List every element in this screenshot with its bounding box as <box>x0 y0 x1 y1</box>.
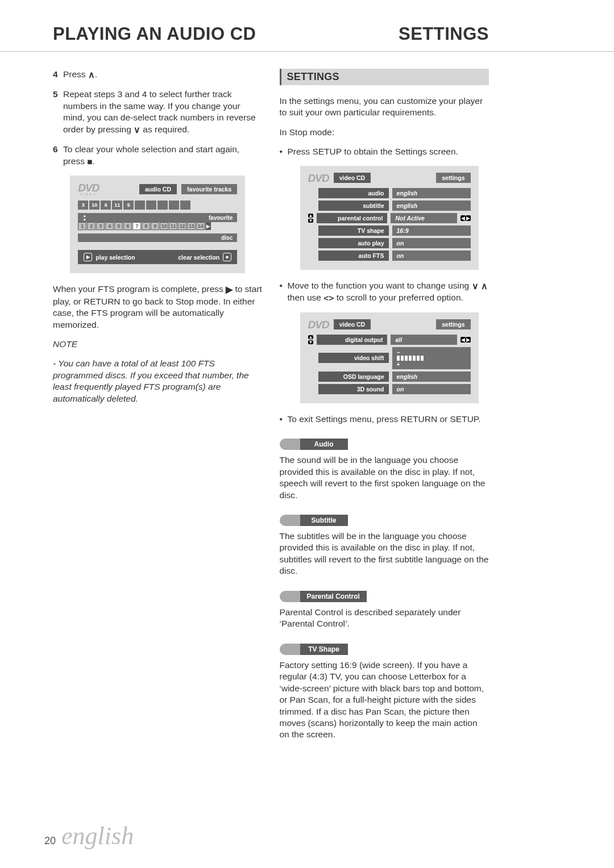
pill-cap <box>280 439 300 450</box>
step-number: 6 <box>53 144 58 155</box>
bullet-press-setup: Press SETUP to obtain the Settings scree… <box>280 146 489 157</box>
osd-row-label: audio <box>318 188 389 198</box>
favourite-cell: 3 <box>78 201 88 210</box>
osd-tag-favourite-tracks: favourite tracks <box>181 184 237 194</box>
osd-row-value: on <box>392 251 471 261</box>
osd-row-label: parental control <box>317 213 387 223</box>
disc-cell: 6 <box>123 222 132 230</box>
osd-row-label: auto FTS <box>318 251 389 261</box>
disc-cell: 14 <box>196 222 205 230</box>
osd-row-value: on <box>392 384 471 394</box>
osd-row: video shift− + <box>308 347 471 369</box>
disc-cell: 2 <box>87 222 96 230</box>
favourite-cell <box>135 201 145 210</box>
disc-cell: 12 <box>178 222 186 230</box>
pill-audio: Audio <box>280 439 489 450</box>
disc-label-row: disc <box>78 233 237 242</box>
down-icon: ∨ <box>134 125 140 135</box>
stop-icon: ■ <box>87 157 92 166</box>
osd-row-label: 3D sound <box>318 384 389 394</box>
pill-label: Parental Control <box>300 591 367 602</box>
osd-row-value: Not Active <box>391 213 457 223</box>
disc-label: disc <box>221 235 233 241</box>
settings-intro: In the settings menu, you can customize … <box>280 95 489 119</box>
disc-cell: 11 <box>169 222 177 230</box>
favourite-cell <box>157 201 168 210</box>
section-bar-label: SETTINGS <box>287 71 339 82</box>
osd-bottom-bar: ▶ play selection clear selection ■ <box>78 250 237 264</box>
step-text-post: . <box>93 156 95 166</box>
disc-row: 1234567891011121314▶ <box>78 222 237 230</box>
pill-label: Subtitle <box>300 515 348 526</box>
osd-tag-audio-cd: audio CD <box>139 184 177 194</box>
steps-list: 4 Press ∧. 5 Repeat steps 3 and 4 to sel… <box>53 69 263 168</box>
osd-tag-settings: settings <box>436 319 470 329</box>
osd-row: audioenglish <box>308 188 471 198</box>
play-icon: ▶ <box>84 253 92 261</box>
stop-square-icon: ■ <box>223 253 231 261</box>
osd-row-value: − + <box>392 347 471 369</box>
pill-subtitle: Subtitle <box>280 515 489 526</box>
row-select-arrows-icon: ▲▼ <box>308 213 314 223</box>
osd-audio-cd: DVD VIDEO audio CD favourite tracks 3106… <box>70 176 245 273</box>
osd-row-label: TV shape <box>318 226 389 236</box>
page-title-right: SETTINGS <box>399 24 489 44</box>
pill-description: The subtitles will be in the language yo… <box>280 531 489 577</box>
favourite-cell: 6 <box>101 201 111 210</box>
text: When your FTS program is complete, press <box>53 284 226 294</box>
text: to scroll to your preferred option. <box>334 293 463 302</box>
row-select-arrows-icon: ▲▼ <box>308 335 314 345</box>
dvd-logo-sub: VIDEO <box>80 193 98 196</box>
favourite-label: favourite <box>209 215 233 221</box>
text: then use <box>288 293 324 302</box>
up-icon: ∧ <box>481 281 488 291</box>
osd-row: TV shape16:9 <box>308 226 471 236</box>
disc-cell: 9 <box>151 222 159 230</box>
down-icon: ∨ <box>472 281 479 291</box>
step-4: 4 Press ∧. <box>53 69 263 81</box>
left-icon: < <box>323 293 329 303</box>
disc-cell: 3 <box>96 222 105 230</box>
favourite-cell <box>146 201 156 210</box>
osd-row-value: english <box>392 188 471 198</box>
osd-settings-1: DVD video CD settings audioenglishsubtit… <box>300 166 479 270</box>
step-number: 4 <box>53 69 58 80</box>
osd-row-label: digital output <box>317 335 387 345</box>
row-nav-arrows-icon: ◀▶ <box>460 337 471 343</box>
favourite-label-row: ▲▲ favourite <box>78 213 237 222</box>
favourite-row: 3106115 <box>78 201 237 210</box>
language-label: english <box>61 824 134 849</box>
clear-selection-label: clear selection <box>178 254 219 261</box>
osd-row-label: OSD language <box>318 372 389 382</box>
pill-description: Parental Control is described separately… <box>280 607 489 630</box>
text: Move to the function you want to change … <box>288 281 472 290</box>
osd-row-value: 16:9 <box>392 226 471 236</box>
disc-cell: 1 <box>78 222 86 230</box>
dvd-logo-text: DVD <box>78 182 99 193</box>
pill-cap <box>280 515 300 526</box>
disc-cell: 13 <box>187 222 196 230</box>
step-text-post: as required. <box>140 124 189 134</box>
pill-cap <box>280 644 300 655</box>
osd-settings-2: DVD video CD settings ▲▼digital outputal… <box>300 312 479 403</box>
disc-cell: 8 <box>142 222 150 230</box>
osd-row: auto FTSon <box>308 251 471 261</box>
osd-row: OSD languageenglish <box>308 372 471 382</box>
updown-arrows-icon: ▲▲ <box>82 214 86 221</box>
row-nav-arrows-icon: ◀▶ <box>460 215 471 221</box>
dvd-logo: DVD <box>308 173 329 183</box>
up-icon: ∧ <box>88 70 95 80</box>
note-heading: NOTE <box>53 339 263 350</box>
osd-row-value: english <box>392 201 471 211</box>
osd-row-value: all <box>391 335 457 345</box>
osd-row-label: subtitle <box>318 201 389 211</box>
osd-tag-video-cd: video CD <box>334 319 371 329</box>
osd-row-value: on <box>392 238 471 248</box>
dvd-logo-text: DVD <box>308 173 329 183</box>
disc-cell: 10 <box>160 222 168 230</box>
osd-favourite-block: 3106115 ▲▲ favourite 1234567891011121314… <box>78 201 237 242</box>
osd-row: auto playon <box>308 238 471 248</box>
disc-cell: 5 <box>114 222 123 230</box>
step-text: Press <box>63 69 88 79</box>
step-text-post: . <box>95 69 97 79</box>
